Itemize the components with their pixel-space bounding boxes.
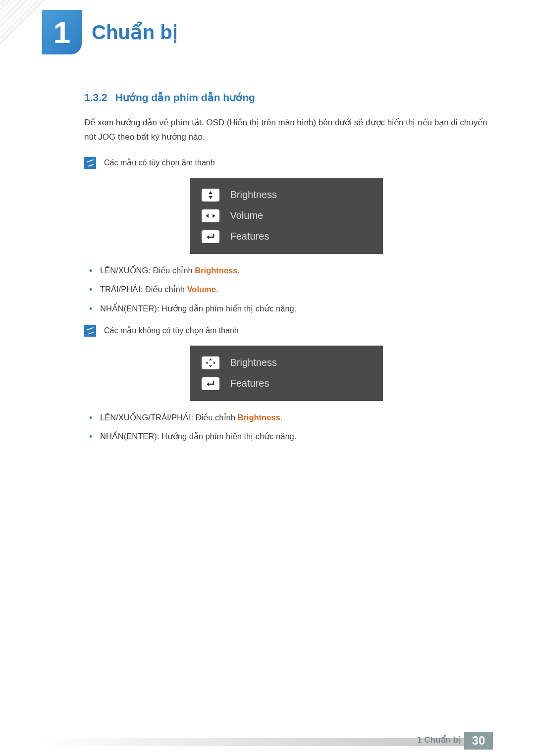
note-icon bbox=[84, 157, 96, 169]
osd-row-features: Features bbox=[202, 373, 371, 394]
footer-label: 1 Chuẩn bị bbox=[417, 735, 461, 745]
note-text: Các mẫu không có tùy chọn âm thanh bbox=[104, 326, 239, 335]
note-text: Các mẫu có tùy chọn âm thanh bbox=[104, 158, 215, 167]
list-item: TRÁI/PHẢI: Điều chỉnh Volume. bbox=[100, 283, 488, 296]
text: . bbox=[280, 413, 283, 422]
content-area: 1.3.2Hướng dẫn phím dẫn hướng Để xem hướ… bbox=[84, 92, 488, 453]
osd-label: Volume bbox=[230, 210, 264, 221]
svg-marker-0 bbox=[209, 191, 213, 194]
intro-text: Để xem hướng dẫn về phím tắt, OSD (Hiển … bbox=[84, 116, 488, 145]
svg-marker-4 bbox=[207, 235, 209, 239]
highlight-text: Brightness bbox=[238, 413, 280, 422]
note-icon bbox=[84, 325, 96, 337]
list-item: NHẤN(ENTER): Hướng dẫn phím hiển thị chứ… bbox=[100, 302, 488, 315]
highlight-text: Brightness bbox=[195, 266, 237, 275]
note-row-sound: Các mẫu có tùy chọn âm thanh bbox=[84, 157, 488, 169]
note-row-nosound: Các mẫu không có tùy chọn âm thanh bbox=[84, 325, 488, 337]
svg-marker-6 bbox=[209, 365, 212, 367]
list-item: LÊN/XUỐNG/TRÁI/PHẢI: Điều chỉnh Brightne… bbox=[100, 411, 488, 424]
text: . bbox=[216, 285, 218, 294]
text: . bbox=[237, 266, 240, 275]
chapter-title: Chuẩn bị bbox=[92, 21, 178, 44]
section-title: Hướng dẫn phím dẫn hướng bbox=[115, 92, 255, 103]
svg-marker-2 bbox=[206, 214, 209, 218]
svg-marker-1 bbox=[209, 196, 213, 199]
osd-label: Features bbox=[230, 231, 269, 242]
section-heading: 1.3.2Hướng dẫn phím dẫn hướng bbox=[84, 92, 488, 103]
corner-decoration bbox=[0, 0, 45, 45]
svg-marker-3 bbox=[213, 214, 215, 218]
enter-icon bbox=[202, 230, 219, 243]
svg-marker-5 bbox=[209, 358, 212, 360]
text: LÊN/XUỐNG/TRÁI/PHẢI: Điều chỉnh bbox=[100, 413, 238, 422]
chapter-number: 1 bbox=[42, 10, 82, 54]
bullet-list-nosound: LÊN/XUỐNG/TRÁI/PHẢI: Điều chỉnh Brightne… bbox=[84, 411, 488, 443]
section-number: 1.3.2 bbox=[84, 92, 107, 103]
text: TRÁI/PHẢI: Điều chỉnh bbox=[100, 285, 187, 294]
osd-label: Brightness bbox=[230, 357, 277, 368]
osd-panel-sound: Brightness Volume Features bbox=[190, 178, 383, 254]
bullet-list-sound: LÊN/XUỐNG: Điều chỉnh Brightness. TRÁI/P… bbox=[84, 264, 488, 315]
list-item: LÊN/XUỐNG: Điều chỉnh Brightness. bbox=[100, 264, 488, 277]
updown-icon bbox=[202, 189, 219, 202]
footer-gradient bbox=[42, 738, 466, 746]
svg-marker-7 bbox=[206, 361, 208, 364]
footer: 1 Chuẩn bị 30 bbox=[0, 728, 535, 756]
highlight-text: Volume bbox=[187, 285, 216, 294]
osd-label: Brightness bbox=[230, 189, 277, 201]
page-number: 30 bbox=[464, 732, 493, 750]
osd-label: Features bbox=[230, 378, 269, 389]
osd-row-features: Features bbox=[202, 226, 371, 247]
svg-marker-9 bbox=[207, 382, 209, 386]
enter-icon bbox=[202, 377, 219, 390]
osd-row-volume: Volume bbox=[202, 205, 371, 226]
text: LÊN/XUỐNG: Điều chỉnh bbox=[100, 266, 195, 275]
osd-row-brightness: Brightness bbox=[202, 353, 371, 373]
list-item: NHẤN(ENTER): Hướng dẫn phím hiển thị chứ… bbox=[100, 430, 488, 443]
fourway-icon bbox=[202, 356, 219, 369]
svg-marker-8 bbox=[214, 361, 215, 364]
chapter-header: 1 Chuẩn bị bbox=[42, 10, 178, 54]
osd-row-brightness: Brightness bbox=[202, 185, 371, 205]
leftright-icon bbox=[202, 209, 219, 222]
osd-panel-nosound: Brightness Features bbox=[190, 346, 383, 401]
